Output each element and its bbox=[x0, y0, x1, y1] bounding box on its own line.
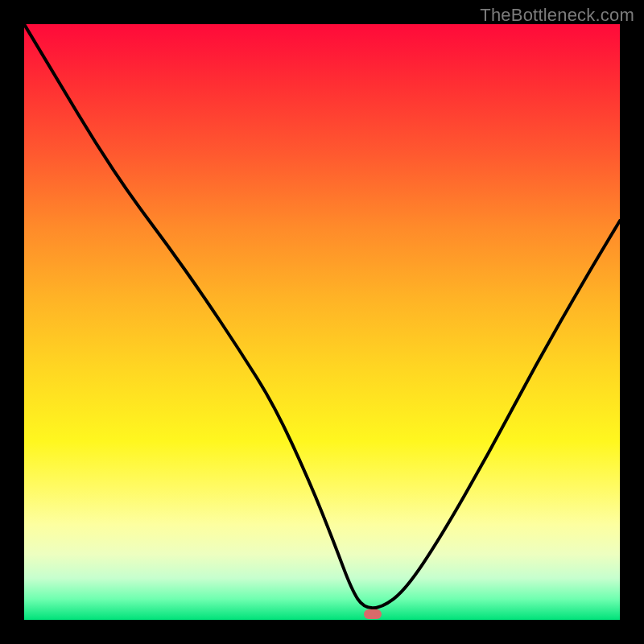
chart-stage: TheBottleneck.com bbox=[0, 0, 644, 644]
optimal-marker bbox=[364, 609, 382, 619]
watermark-text: TheBottleneck.com bbox=[480, 5, 634, 26]
plot-area bbox=[24, 24, 620, 620]
bottleneck-curve bbox=[24, 24, 620, 608]
bottleneck-curve-svg bbox=[24, 24, 620, 620]
